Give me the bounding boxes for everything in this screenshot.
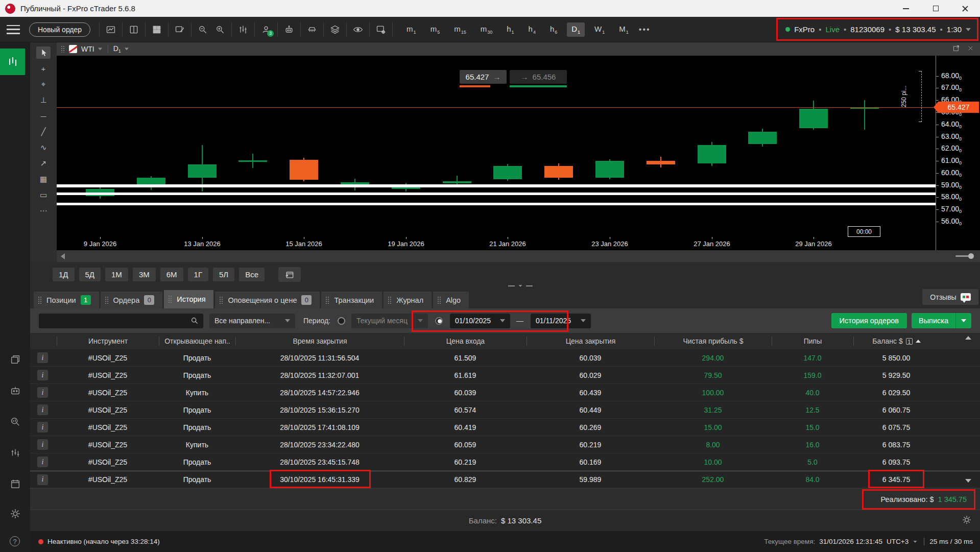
info-icon[interactable]: i (37, 422, 48, 433)
range-button-6М[interactable]: 6М (160, 268, 183, 281)
table-row[interactable]: i#USOil_Z25Продать28/10/2025 11:31:56.50… (30, 349, 980, 367)
direction-filter-dropdown[interactable]: Все направлен... (209, 314, 295, 328)
month-preset-radio[interactable] (338, 317, 345, 325)
zoom-out-icon[interactable] (194, 21, 211, 38)
sidebar-item-analyze[interactable] (9, 415, 22, 428)
timeframe-button-h6[interactable]: h6 (545, 22, 562, 37)
range-button-3М[interactable]: 3М (133, 268, 156, 281)
panel-settings-icon[interactable] (962, 515, 972, 526)
info-icon[interactable]: i (37, 439, 48, 450)
tab-Algo[interactable]: Algo (433, 292, 469, 308)
info-icon[interactable]: i (37, 457, 48, 467)
sidebar-item-markets[interactable] (9, 446, 22, 460)
hline-tool-icon[interactable]: ─ (36, 110, 51, 122)
buy-quote-button[interactable]: → 65.456 (510, 70, 567, 84)
timeframe-button-h4[interactable]: h4 (524, 22, 540, 37)
order-history-button[interactable]: История ордеров (831, 313, 907, 328)
month-preset-dropdown[interactable]: Текущий месяц (351, 314, 428, 328)
table-row[interactable]: i#USOil_Z25Купить28/10/2025 23:34:22.480… (30, 436, 980, 453)
crosshair-tool-icon[interactable]: + (36, 62, 51, 75)
date-to-dropdown[interactable]: 01/11/2025 (531, 314, 591, 328)
column-header-6[interactable]: Чистая прибыль $ (654, 337, 772, 346)
range-button-5Л[interactable]: 5Л (213, 268, 234, 281)
account-selector[interactable]: FxPro • Live • 81230069 • $ 13 303.45 • … (765, 19, 980, 40)
symbol-name[interactable]: WTI (81, 45, 94, 53)
timezone[interactable]: UTC+3 (887, 538, 909, 545)
date-from-dropdown[interactable]: 01/10/2025 (450, 314, 510, 328)
timeframe-button-D1[interactable]: D1 (567, 22, 585, 37)
range-button-1Д[interactable]: 1Д (53, 268, 75, 281)
timeframe-button-W1[interactable]: W1 (590, 22, 609, 37)
target-tool-icon[interactable]: ⌖ (36, 78, 51, 90)
popout-chart-icon[interactable] (952, 44, 960, 54)
sell-quote-button[interactable]: 65.427 → (460, 70, 507, 84)
tab-Транзакции[interactable]: Транзакции (321, 292, 382, 308)
timeframe-button-m30[interactable]: m30 (476, 22, 497, 37)
tab-Позиции[interactable]: Позиции1 (34, 292, 99, 308)
tab-Журнал[interactable]: Журнал (384, 292, 432, 308)
scroll-down-icon[interactable] (965, 479, 971, 483)
table-row[interactable]: i#USOil_Z25Продать30/10/2025 16:45:31.33… (30, 471, 980, 488)
maximize-button[interactable] (921, 0, 950, 17)
timeframe-button-m1[interactable]: m1 (402, 22, 421, 37)
column-header-7[interactable]: Пипы (772, 337, 853, 346)
new-order-button[interactable]: Новый ордер (29, 22, 90, 37)
more-timeframes-button[interactable]: ••• (639, 25, 651, 34)
tab-Ордера[interactable]: Ордера0 (101, 292, 163, 308)
timeframe-button-h1[interactable]: h1 (502, 22, 518, 37)
table-row[interactable]: i#USOil_Z25Купить28/10/2025 14:57:22.946… (30, 384, 980, 401)
indicators-icon[interactable] (234, 21, 252, 38)
close-button[interactable] (950, 0, 980, 17)
tab-История[interactable]: История (164, 290, 213, 308)
column-header-2[interactable]: Открывающее нап.. (159, 337, 235, 346)
range-button-Все[interactable]: Все (239, 268, 265, 281)
chart-edit-icon[interactable] (171, 21, 188, 38)
range-button-1М[interactable]: 1М (105, 268, 128, 281)
close-chart-icon[interactable] (967, 45, 974, 53)
chart-zoom-slider[interactable] (955, 255, 973, 257)
chevron-down-icon[interactable] (98, 48, 102, 51)
minimize-button[interactable] (891, 0, 921, 17)
tab-Оповещения о цене[interactable]: Оповещения о цене0 (215, 292, 320, 308)
chevron-down-icon[interactable] (125, 48, 129, 51)
fibonacci-tool-icon[interactable]: ▦ (36, 173, 51, 185)
column-header-5[interactable]: Цена закрытия (527, 337, 654, 346)
info-icon[interactable]: i (37, 352, 48, 363)
builder-icon[interactable] (303, 21, 321, 38)
range-button-5Д[interactable]: 5Д (79, 268, 101, 281)
eye-icon[interactable] (349, 21, 367, 38)
bots-icon[interactable] (280, 21, 298, 38)
wave-tool-icon[interactable]: ∿ (36, 141, 51, 154)
reviews-button[interactable]: Отзывы (922, 289, 978, 305)
price-axis[interactable]: 68.00067.00066.00065.00064.00063.00062.0… (936, 56, 980, 250)
timeframe-button-m5[interactable]: m5 (426, 22, 445, 37)
panel-splitter[interactable] (508, 284, 533, 287)
info-icon[interactable]: i (37, 404, 48, 415)
scroll-left-icon[interactable] (61, 253, 65, 259)
more-tools-icon[interactable]: ⋯ (36, 205, 51, 217)
column-header-8[interactable]: Баланс $1 (853, 337, 939, 346)
statement-button[interactable]: Выписка (912, 313, 971, 328)
column-header-3[interactable]: Время закрытия (235, 337, 404, 346)
chart-scroll-strip[interactable] (57, 250, 980, 262)
column-header-4[interactable]: Цена входа (404, 337, 527, 346)
table-row[interactable]: i#USOil_Z25Продать28/10/2025 15:36:15.27… (30, 401, 980, 419)
chart-window-icon[interactable] (102, 21, 119, 38)
period-selector[interactable]: D1 (113, 44, 121, 54)
community-icon[interactable]: 3 (257, 21, 275, 38)
cursor-tool-icon[interactable] (36, 46, 51, 59)
workspace-layout-icon[interactable] (125, 21, 142, 38)
info-icon[interactable]: i (37, 387, 48, 398)
table-row[interactable]: i#USOil_Z25Продать28/10/2025 17:41:08.10… (30, 419, 980, 436)
menu-hamburger-icon[interactable] (7, 25, 20, 34)
sidebar-item-help[interactable]: ? (10, 536, 20, 546)
search-input[interactable] (39, 314, 203, 328)
column-header-1[interactable]: Инструмент (57, 337, 159, 346)
grid-layout-icon[interactable] (148, 21, 165, 38)
custom-range-radio[interactable] (435, 317, 443, 325)
timeframe-button-M1[interactable]: M1 (614, 22, 633, 37)
sidebar-item-bots[interactable] (9, 384, 22, 397)
timeframe-button-m15[interactable]: m15 (449, 22, 471, 37)
info-icon[interactable]: i (37, 370, 48, 380)
table-row[interactable]: i#USOil_Z25Продать28/10/2025 11:32:07.00… (30, 367, 980, 384)
